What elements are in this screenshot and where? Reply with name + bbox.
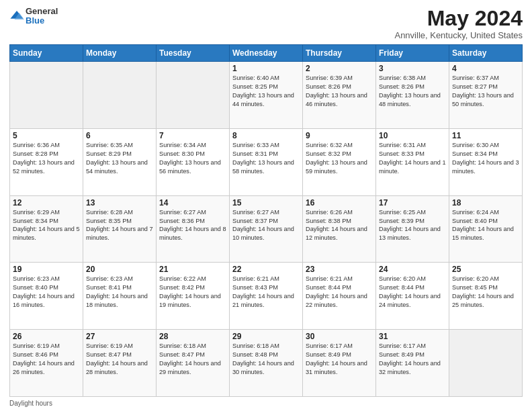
day-number: 31 bbox=[379, 332, 446, 341]
day-number: 12 bbox=[13, 198, 80, 208]
day-info: Sunrise: 6:27 AMSunset: 8:36 PMDaylight:… bbox=[159, 208, 226, 243]
day-info: Sunrise: 6:24 AMSunset: 8:40 PMDaylight:… bbox=[452, 208, 519, 243]
calendar-cell: 13Sunrise: 6:28 AMSunset: 8:35 PMDayligh… bbox=[83, 195, 157, 263]
calendar-cell: 1Sunrise: 6:40 AMSunset: 8:25 PMDaylight… bbox=[230, 62, 303, 129]
main-title: May 2024 bbox=[394, 7, 523, 30]
logo-blue: Blue bbox=[26, 16, 58, 26]
day-info: Sunrise: 6:34 AMSunset: 8:30 PMDaylight:… bbox=[159, 141, 226, 176]
day-info: Sunrise: 6:32 AMSunset: 8:32 PMDaylight:… bbox=[306, 141, 373, 176]
day-info: Sunrise: 6:39 AMSunset: 8:26 PMDaylight:… bbox=[306, 74, 373, 109]
calendar-cell: 30Sunrise: 6:17 AMSunset: 8:49 PMDayligh… bbox=[303, 330, 376, 397]
calendar-header-row: SundayMondayTuesdayWednesdayThursdayFrid… bbox=[10, 45, 523, 62]
day-info: Sunrise: 6:21 AMSunset: 8:44 PMDaylight:… bbox=[306, 275, 373, 310]
day-info: Sunrise: 6:29 AMSunset: 8:34 PMDaylight:… bbox=[13, 208, 80, 243]
calendar-header-saturday: Saturday bbox=[449, 45, 523, 62]
calendar-header-monday: Monday bbox=[83, 45, 157, 62]
calendar-cell: 20Sunrise: 6:23 AMSunset: 8:41 PMDayligh… bbox=[83, 263, 157, 330]
day-info: Sunrise: 6:31 AMSunset: 8:33 PMDaylight:… bbox=[379, 141, 446, 176]
day-number: 8 bbox=[232, 131, 300, 140]
calendar-cell: 22Sunrise: 6:21 AMSunset: 8:43 PMDayligh… bbox=[230, 263, 303, 330]
day-info: Sunrise: 6:22 AMSunset: 8:42 PMDaylight:… bbox=[159, 275, 226, 310]
calendar-week-1: 1Sunrise: 6:40 AMSunset: 8:25 PMDaylight… bbox=[10, 62, 523, 129]
day-number: 17 bbox=[379, 198, 446, 208]
day-info: Sunrise: 6:40 AMSunset: 8:25 PMDaylight:… bbox=[232, 74, 300, 109]
calendar-cell: 26Sunrise: 6:19 AMSunset: 8:46 PMDayligh… bbox=[10, 330, 83, 397]
day-number: 2 bbox=[306, 64, 373, 73]
day-info: Sunrise: 6:19 AMSunset: 8:47 PMDaylight:… bbox=[86, 342, 153, 377]
day-info: Sunrise: 6:36 AMSunset: 8:28 PMDaylight:… bbox=[13, 141, 80, 176]
day-number: 25 bbox=[452, 265, 519, 274]
day-info: Sunrise: 6:17 AMSunset: 8:49 PMDaylight:… bbox=[306, 342, 373, 377]
logo: General Blue bbox=[9, 7, 58, 26]
day-info: Sunrise: 6:27 AMSunset: 8:37 PMDaylight:… bbox=[232, 208, 300, 243]
day-number: 23 bbox=[306, 265, 373, 274]
calendar-cell: 7Sunrise: 6:34 AMSunset: 8:30 PMDaylight… bbox=[157, 128, 230, 195]
calendar-week-2: 5Sunrise: 6:36 AMSunset: 8:28 PMDaylight… bbox=[10, 128, 523, 195]
day-number: 18 bbox=[452, 198, 519, 208]
day-info: Sunrise: 6:33 AMSunset: 8:31 PMDaylight:… bbox=[232, 141, 300, 176]
calendar-cell: 6Sunrise: 6:35 AMSunset: 8:29 PMDaylight… bbox=[83, 128, 157, 195]
day-info: Sunrise: 6:35 AMSunset: 8:29 PMDaylight:… bbox=[86, 141, 153, 176]
calendar-cell: 19Sunrise: 6:23 AMSunset: 8:40 PMDayligh… bbox=[10, 263, 83, 330]
day-info: Sunrise: 6:21 AMSunset: 8:43 PMDaylight:… bbox=[232, 275, 300, 310]
day-info: Sunrise: 6:18 AMSunset: 8:47 PMDaylight:… bbox=[159, 342, 226, 377]
day-info: Sunrise: 6:30 AMSunset: 8:34 PMDaylight:… bbox=[452, 141, 519, 176]
day-number: 15 bbox=[232, 198, 300, 208]
calendar-cell: 15Sunrise: 6:27 AMSunset: 8:37 PMDayligh… bbox=[230, 195, 303, 263]
day-info: Sunrise: 6:20 AMSunset: 8:44 PMDaylight:… bbox=[379, 275, 446, 310]
logo-text: General Blue bbox=[26, 7, 58, 26]
subtitle: Annville, Kentucky, United States bbox=[394, 30, 523, 40]
calendar-cell bbox=[83, 62, 157, 129]
calendar-header-wednesday: Wednesday bbox=[230, 45, 303, 62]
calendar-week-3: 12Sunrise: 6:29 AMSunset: 8:34 PMDayligh… bbox=[10, 195, 523, 263]
day-number: 9 bbox=[306, 131, 373, 140]
footer: Daylight hours bbox=[9, 400, 523, 407]
calendar-cell: 23Sunrise: 6:21 AMSunset: 8:44 PMDayligh… bbox=[303, 263, 376, 330]
calendar-cell: 2Sunrise: 6:39 AMSunset: 8:26 PMDaylight… bbox=[303, 62, 376, 129]
day-info: Sunrise: 6:20 AMSunset: 8:45 PMDaylight:… bbox=[452, 275, 519, 310]
calendar-cell bbox=[10, 62, 83, 129]
calendar-header-thursday: Thursday bbox=[303, 45, 376, 62]
day-number: 30 bbox=[306, 332, 373, 341]
calendar-header-tuesday: Tuesday bbox=[157, 45, 230, 62]
calendar-cell: 12Sunrise: 6:29 AMSunset: 8:34 PMDayligh… bbox=[10, 195, 83, 263]
day-number: 28 bbox=[159, 332, 226, 341]
calendar-cell bbox=[157, 62, 230, 129]
day-info: Sunrise: 6:28 AMSunset: 8:35 PMDaylight:… bbox=[86, 208, 153, 243]
day-number: 29 bbox=[232, 332, 300, 341]
day-info: Sunrise: 6:25 AMSunset: 8:39 PMDaylight:… bbox=[379, 208, 446, 243]
day-info: Sunrise: 6:23 AMSunset: 8:40 PMDaylight:… bbox=[13, 275, 80, 310]
day-number: 21 bbox=[159, 265, 226, 274]
daylight-label: Daylight hours bbox=[9, 400, 52, 407]
calendar-cell: 3Sunrise: 6:38 AMSunset: 8:26 PMDaylight… bbox=[376, 62, 449, 129]
day-number: 20 bbox=[86, 265, 153, 274]
day-number: 7 bbox=[159, 131, 226, 140]
calendar-cell: 9Sunrise: 6:32 AMSunset: 8:32 PMDaylight… bbox=[303, 128, 376, 195]
calendar-cell: 14Sunrise: 6:27 AMSunset: 8:36 PMDayligh… bbox=[157, 195, 230, 263]
day-number: 13 bbox=[86, 198, 153, 208]
calendar-cell bbox=[449, 330, 523, 397]
calendar-week-5: 26Sunrise: 6:19 AMSunset: 8:46 PMDayligh… bbox=[10, 330, 523, 397]
calendar-header-friday: Friday bbox=[376, 45, 449, 62]
day-info: Sunrise: 6:26 AMSunset: 8:38 PMDaylight:… bbox=[306, 208, 373, 243]
calendar-cell: 25Sunrise: 6:20 AMSunset: 8:45 PMDayligh… bbox=[449, 263, 523, 330]
calendar-cell: 16Sunrise: 6:26 AMSunset: 8:38 PMDayligh… bbox=[303, 195, 376, 263]
calendar-cell: 28Sunrise: 6:18 AMSunset: 8:47 PMDayligh… bbox=[157, 330, 230, 397]
calendar-cell: 17Sunrise: 6:25 AMSunset: 8:39 PMDayligh… bbox=[376, 195, 449, 263]
calendar-cell: 31Sunrise: 6:17 AMSunset: 8:49 PMDayligh… bbox=[376, 330, 449, 397]
day-info: Sunrise: 6:37 AMSunset: 8:27 PMDaylight:… bbox=[452, 74, 519, 109]
calendar-cell: 24Sunrise: 6:20 AMSunset: 8:44 PMDayligh… bbox=[376, 263, 449, 330]
day-number: 6 bbox=[86, 131, 153, 140]
calendar-table: SundayMondayTuesdayWednesdayThursdayFrid… bbox=[9, 44, 523, 397]
calendar-cell: 27Sunrise: 6:19 AMSunset: 8:47 PMDayligh… bbox=[83, 330, 157, 397]
day-number: 1 bbox=[232, 64, 300, 73]
day-number: 24 bbox=[379, 265, 446, 274]
day-info: Sunrise: 6:19 AMSunset: 8:46 PMDaylight:… bbox=[13, 342, 80, 377]
calendar-cell: 5Sunrise: 6:36 AMSunset: 8:28 PMDaylight… bbox=[10, 128, 83, 195]
calendar-cell: 4Sunrise: 6:37 AMSunset: 8:27 PMDaylight… bbox=[449, 62, 523, 129]
day-number: 5 bbox=[13, 131, 80, 140]
calendar-header-sunday: Sunday bbox=[10, 45, 83, 62]
day-number: 19 bbox=[13, 265, 80, 274]
day-number: 3 bbox=[379, 64, 446, 73]
day-number: 16 bbox=[306, 198, 373, 208]
